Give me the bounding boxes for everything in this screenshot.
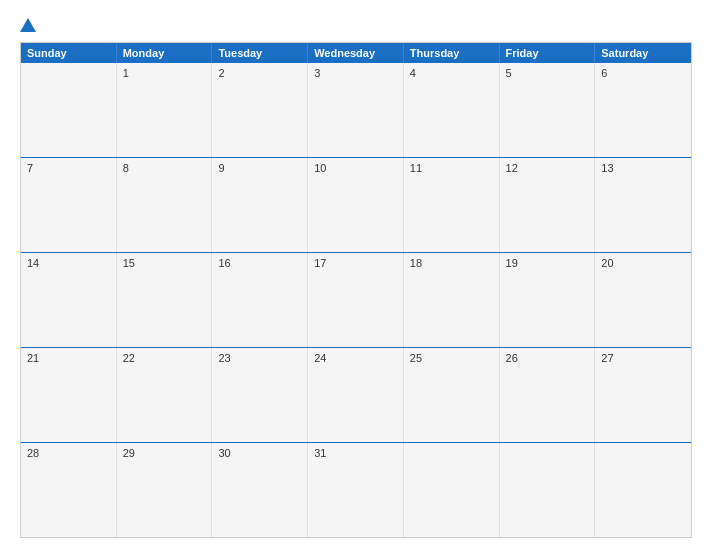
day-cell: 24 — [308, 348, 404, 442]
day-cell: 23 — [212, 348, 308, 442]
calendar-page: SundayMondayTuesdayWednesdayThursdayFrid… — [0, 0, 712, 550]
day-cell: 27 — [595, 348, 691, 442]
calendar-body: 1234567891011121314151617181920212223242… — [21, 63, 691, 537]
day-cell: 16 — [212, 253, 308, 347]
day-number: 27 — [601, 352, 613, 364]
day-header-wednesday: Wednesday — [308, 43, 404, 63]
day-number: 24 — [314, 352, 326, 364]
day-header-thursday: Thursday — [404, 43, 500, 63]
day-cell: 10 — [308, 158, 404, 252]
logo — [20, 18, 38, 32]
day-number: 5 — [506, 67, 512, 79]
day-number: 25 — [410, 352, 422, 364]
day-number: 7 — [27, 162, 33, 174]
week-row-5: 28293031 — [21, 442, 691, 537]
day-cell: 20 — [595, 253, 691, 347]
day-headers-row: SundayMondayTuesdayWednesdayThursdayFrid… — [21, 43, 691, 63]
day-number: 14 — [27, 257, 39, 269]
week-row-2: 78910111213 — [21, 157, 691, 252]
day-cell: 26 — [500, 348, 596, 442]
day-cell: 18 — [404, 253, 500, 347]
day-number: 21 — [27, 352, 39, 364]
day-number: 17 — [314, 257, 326, 269]
day-number: 2 — [218, 67, 224, 79]
day-number: 11 — [410, 162, 422, 174]
day-cell: 29 — [117, 443, 213, 537]
day-cell: 21 — [21, 348, 117, 442]
day-header-tuesday: Tuesday — [212, 43, 308, 63]
svg-marker-0 — [20, 18, 36, 32]
day-cell: 5 — [500, 63, 596, 157]
day-number: 20 — [601, 257, 613, 269]
day-cell: 4 — [404, 63, 500, 157]
day-header-monday: Monday — [117, 43, 213, 63]
day-cell: 25 — [404, 348, 500, 442]
header — [20, 18, 692, 32]
day-number: 4 — [410, 67, 416, 79]
day-cell: 9 — [212, 158, 308, 252]
day-number: 6 — [601, 67, 607, 79]
logo-triangle-icon — [20, 18, 36, 32]
day-cell: 14 — [21, 253, 117, 347]
day-cell: 13 — [595, 158, 691, 252]
day-cell: 22 — [117, 348, 213, 442]
day-number: 10 — [314, 162, 326, 174]
week-row-1: 123456 — [21, 63, 691, 157]
day-cell: 12 — [500, 158, 596, 252]
day-cell: 8 — [117, 158, 213, 252]
day-number: 31 — [314, 447, 326, 459]
day-number: 18 — [410, 257, 422, 269]
week-row-3: 14151617181920 — [21, 252, 691, 347]
day-cell: 28 — [21, 443, 117, 537]
day-number: 9 — [218, 162, 224, 174]
day-number: 1 — [123, 67, 129, 79]
day-cell — [500, 443, 596, 537]
calendar-grid: SundayMondayTuesdayWednesdayThursdayFrid… — [20, 42, 692, 538]
day-number: 8 — [123, 162, 129, 174]
day-header-friday: Friday — [500, 43, 596, 63]
day-number: 23 — [218, 352, 230, 364]
day-number: 19 — [506, 257, 518, 269]
day-cell: 7 — [21, 158, 117, 252]
week-row-4: 21222324252627 — [21, 347, 691, 442]
day-number: 28 — [27, 447, 39, 459]
day-cell: 2 — [212, 63, 308, 157]
day-number: 13 — [601, 162, 613, 174]
day-cell — [595, 443, 691, 537]
day-header-saturday: Saturday — [595, 43, 691, 63]
day-cell — [404, 443, 500, 537]
day-number: 16 — [218, 257, 230, 269]
day-cell: 15 — [117, 253, 213, 347]
day-number: 29 — [123, 447, 135, 459]
day-cell: 30 — [212, 443, 308, 537]
day-cell: 3 — [308, 63, 404, 157]
day-cell — [21, 63, 117, 157]
day-number: 3 — [314, 67, 320, 79]
day-cell: 1 — [117, 63, 213, 157]
day-number: 12 — [506, 162, 518, 174]
day-cell: 11 — [404, 158, 500, 252]
day-cell: 17 — [308, 253, 404, 347]
day-number: 22 — [123, 352, 135, 364]
day-number: 15 — [123, 257, 135, 269]
day-header-sunday: Sunday — [21, 43, 117, 63]
day-number: 30 — [218, 447, 230, 459]
day-cell: 19 — [500, 253, 596, 347]
day-cell: 31 — [308, 443, 404, 537]
day-number: 26 — [506, 352, 518, 364]
day-cell: 6 — [595, 63, 691, 157]
